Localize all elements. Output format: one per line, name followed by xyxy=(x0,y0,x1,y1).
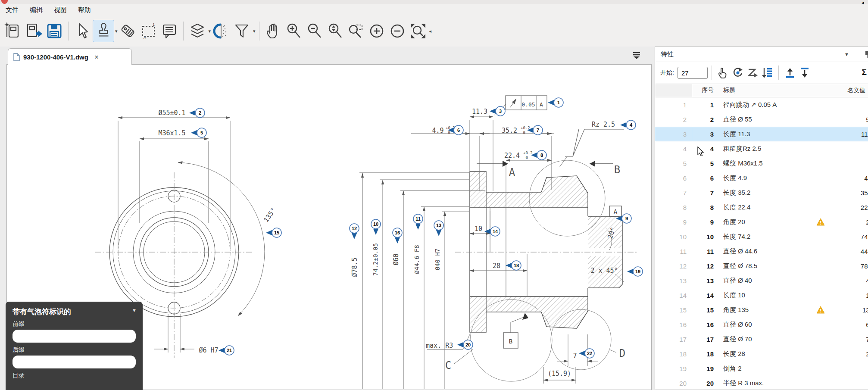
balloon-13[interactable]: 13 xyxy=(434,221,443,236)
tag-button[interactable] xyxy=(118,20,138,42)
properties-panel-title: 特性 xyxy=(655,50,674,59)
move-to-bottom-button[interactable] xyxy=(797,66,812,80)
menu-view[interactable]: 视图 xyxy=(48,6,72,14)
view-label: B xyxy=(614,164,620,176)
filter-button[interactable] xyxy=(231,20,252,42)
property-row[interactable]: 1919倒角 22 xyxy=(655,361,868,376)
balloon-12[interactable]: 12 xyxy=(350,224,359,239)
pick-balloon-button[interactable] xyxy=(716,66,731,80)
pin-icon[interactable] xyxy=(863,50,868,61)
open-document-button[interactable] xyxy=(23,20,44,42)
column-no[interactable]: 序号 xyxy=(692,87,717,94)
property-row[interactable]: 1111直径 Ø 44.644.6 xyxy=(655,244,868,259)
start-number-input[interactable] xyxy=(678,67,708,79)
sort-sequence-button[interactable] xyxy=(760,66,774,80)
svg-text:!: ! xyxy=(820,220,821,225)
zoom-selection-button[interactable] xyxy=(325,20,346,42)
menu-edit[interactable]: 编辑 xyxy=(24,6,48,14)
balloon-19[interactable]: 19 xyxy=(627,267,643,276)
stamp-tool-button[interactable] xyxy=(93,20,114,42)
property-row[interactable]: 22直径 Ø 5555 xyxy=(655,112,868,127)
property-row[interactable]: 1616直径 Ø 6060 xyxy=(655,317,868,332)
balloon-2[interactable]: 2 xyxy=(189,108,205,118)
enlarge-button[interactable] xyxy=(366,20,387,42)
zoom-extents-button[interactable] xyxy=(408,20,428,42)
row-number: 10 xyxy=(692,233,717,240)
svg-text:5: 5 xyxy=(200,130,203,135)
move-to-top-button[interactable] xyxy=(783,66,797,80)
save-icon xyxy=(45,22,64,41)
suffix-input[interactable] xyxy=(12,356,136,368)
balloon-14[interactable]: 14 xyxy=(484,227,500,236)
balloon-20[interactable]: 20 xyxy=(457,340,473,349)
row-title: 直径 Ø 60 xyxy=(717,321,811,329)
property-row[interactable]: 66长度 4.94.9 xyxy=(655,171,868,185)
balloon-16[interactable]: 16 xyxy=(393,228,402,243)
svg-text:14: 14 xyxy=(493,229,498,234)
toolbar-collapse-arrow[interactable]: ◂ xyxy=(429,28,432,34)
dimension-text: (15.9) xyxy=(548,370,571,378)
property-row[interactable]: 1818长度 2828 xyxy=(655,346,868,361)
tab-list-button[interactable] xyxy=(632,51,641,61)
warning-icon: ! xyxy=(816,218,825,226)
new-document-button[interactable] xyxy=(3,20,23,42)
shrink-button[interactable] xyxy=(387,20,408,42)
tab-close-icon[interactable]: × xyxy=(94,53,99,61)
sum-icon[interactable]: Σ xyxy=(862,68,867,77)
balloon-21[interactable]: 21 xyxy=(219,346,234,355)
balloon-8[interactable]: 8 xyxy=(531,150,546,160)
property-row[interactable]: 1212直径 Ø 78.578.5 xyxy=(655,259,868,273)
collapse-chevron-icon[interactable]: ▼ xyxy=(132,308,137,313)
balloon-11[interactable]: 11 xyxy=(413,214,423,230)
menu-file[interactable]: 文件 xyxy=(0,6,24,14)
mirror-view-button[interactable] xyxy=(211,20,231,42)
balloon-15[interactable]: 15 xyxy=(266,228,281,237)
balloon-5[interactable]: 5 xyxy=(191,128,206,137)
pan-button[interactable] xyxy=(263,20,284,42)
balloon-22[interactable]: 22 xyxy=(579,349,594,358)
property-row[interactable]: 11径向跳动 ↗ 0.05 A xyxy=(655,97,868,112)
property-row[interactable]: 44粗糙度Rz 2.5 xyxy=(655,141,868,156)
select-cursor-button[interactable] xyxy=(72,20,93,42)
svg-text:19: 19 xyxy=(635,269,640,274)
balloon-3[interactable]: 3 xyxy=(490,106,505,116)
document-tab[interactable]: 930-1200-406-V1.dwg × xyxy=(8,48,132,65)
menu-help[interactable]: 帮助 xyxy=(72,6,97,14)
view-label: D xyxy=(619,347,625,359)
svg-text:3: 3 xyxy=(499,109,502,114)
property-row[interactable]: 88长度 22.422.4 xyxy=(655,200,868,215)
property-row[interactable]: 1717直径 Ø 7070 xyxy=(655,332,868,346)
column-title[interactable]: 标题 xyxy=(717,87,803,94)
property-row[interactable]: 2020半径 R 3 max. xyxy=(655,376,868,390)
dimension-text: 74.2±0.05 xyxy=(372,243,379,276)
zoom-in-button[interactable] xyxy=(284,20,304,42)
property-row[interactable]: 55螺纹 M36x1.5 xyxy=(655,156,868,171)
property-row[interactable]: 1313直径 Ø 4040 xyxy=(655,273,868,288)
renumber-rotate-button[interactable] xyxy=(731,66,745,80)
property-row[interactable]: 1515角度 135!135 xyxy=(655,303,868,317)
property-row[interactable]: 33长度 11.311.3 xyxy=(655,127,868,141)
property-row[interactable]: 77长度 35.235.2 xyxy=(655,185,868,200)
property-row[interactable]: 99角度 20!20 xyxy=(655,215,868,229)
balloon-4[interactable]: 4 xyxy=(620,120,636,130)
zoom-window-button[interactable] xyxy=(346,20,366,42)
column-index[interactable] xyxy=(655,84,692,97)
zoom-out-button[interactable] xyxy=(304,20,325,42)
comment-button[interactable] xyxy=(159,20,180,42)
property-row[interactable]: 1414长度 1010 xyxy=(655,288,868,303)
prefix-input[interactable] xyxy=(12,330,136,343)
balloon-1[interactable]: 1 xyxy=(548,98,563,107)
row-nominal: 2 xyxy=(830,365,868,372)
dimension-text: -0 xyxy=(523,156,528,160)
property-row[interactable]: 1010长度 74.274.2 xyxy=(655,229,868,244)
select-region-button[interactable]: 1 A xyxy=(138,20,159,42)
layers-button[interactable] xyxy=(187,20,208,42)
zigzag-order-button[interactable] xyxy=(745,66,760,80)
save-button[interactable] xyxy=(44,20,65,42)
panel-collapse-icon[interactable]: ▼ xyxy=(844,52,849,57)
filter-dropdown-caret[interactable]: ▾ xyxy=(253,28,256,34)
column-nominal[interactable]: 名义值 xyxy=(822,87,868,94)
balloon-10[interactable]: 10 xyxy=(371,219,381,235)
svg-text:9: 9 xyxy=(625,216,628,221)
balloon-18[interactable]: 18 xyxy=(506,261,521,270)
